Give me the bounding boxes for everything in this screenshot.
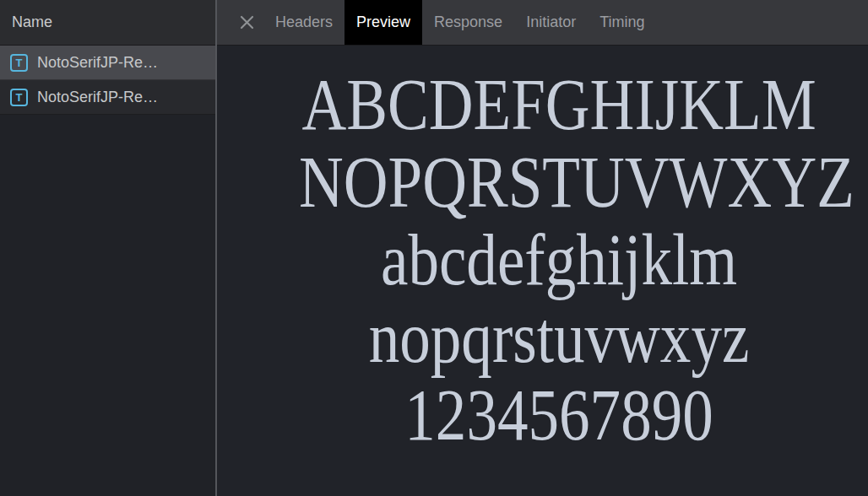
glyph-line-uppercase-1: ABCDEFGHIJKLM (299, 66, 819, 143)
close-icon (238, 13, 256, 31)
request-detail-pane: Headers Preview Response Initiator Timin… (217, 0, 868, 496)
tab-headers[interactable]: Headers (263, 0, 344, 45)
request-row-notoserifjp-2[interactable]: T NotoSerifJP-Re… (0, 80, 215, 115)
font-file-icon-letter: T (16, 91, 23, 104)
font-glyph-preview: ABCDEFGHIJKLM NOPQRSTUVWXYZ abcdefghijkl… (266, 46, 819, 454)
glyph-line-lowercase-1: abcdefghijklm (299, 221, 819, 299)
request-row-notoserifjp-1[interactable]: T NotoSerifJP-Re… (0, 46, 215, 80)
detail-tabbar: Headers Preview Response Initiator Timin… (217, 0, 868, 46)
glyph-line-digits: 1234567890 (299, 376, 819, 454)
font-file-icon: T (10, 89, 28, 106)
font-file-icon: T (10, 54, 28, 72)
tab-initiator[interactable]: Initiator (514, 0, 588, 45)
glyph-line-uppercase-2: NOPQRSTUVWXYZ (299, 143, 819, 221)
request-row-label: NotoSerifJP-Re… (37, 54, 158, 72)
tab-preview[interactable]: Preview (344, 0, 422, 45)
tab-timing[interactable]: Timing (588, 0, 656, 45)
request-row-label: NotoSerifJP-Re… (37, 89, 158, 106)
font-preview-pane: ABCDEFGHIJKLM NOPQRSTUVWXYZ abcdefghijkl… (217, 46, 868, 496)
close-detail-button[interactable] (237, 0, 256, 45)
name-column-header[interactable]: Name (0, 0, 215, 46)
devtools-network-panel: Name T NotoSerifJP-Re… T NotoSerifJP-Re…… (0, 0, 868, 496)
network-request-sidebar: Name T NotoSerifJP-Re… T NotoSerifJP-Re… (0, 0, 217, 496)
glyph-line-lowercase-2: nopqrstuvwxyz (299, 299, 819, 376)
tab-response[interactable]: Response (422, 0, 514, 45)
font-file-icon-letter: T (16, 57, 23, 69)
